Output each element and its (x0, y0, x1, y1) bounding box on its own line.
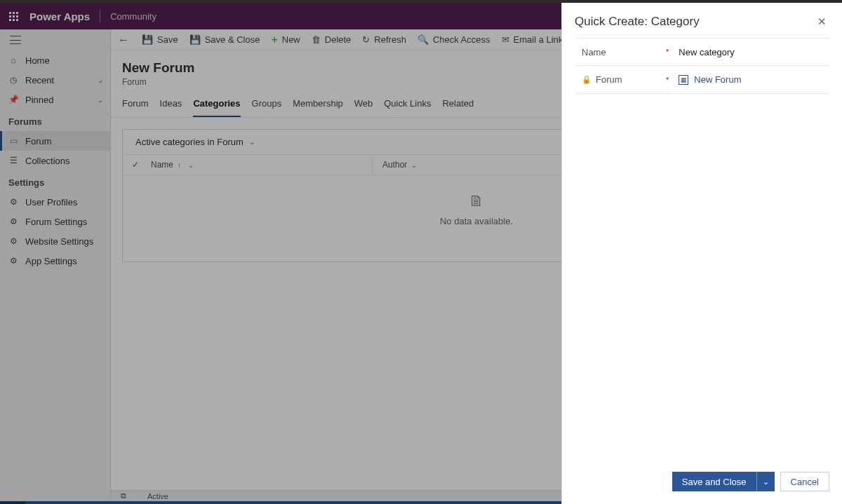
lock-icon: 🔒 (582, 75, 592, 84)
panel-title: Quick Create: Category (575, 15, 700, 29)
entity-icon: ▦ (679, 75, 688, 85)
field-name-label: Name (582, 47, 606, 57)
quick-create-panel: Quick Create: Category ✕ Name * New cate… (561, 3, 842, 504)
field-forum-label: Forum (596, 74, 622, 85)
save-and-close-button[interactable]: Save and Close (672, 472, 756, 491)
save-dropdown-button[interactable]: ⌄ (756, 472, 775, 491)
required-icon: * (666, 48, 669, 56)
close-icon[interactable]: ✕ (815, 13, 829, 31)
field-forum[interactable]: 🔒 Forum * ▦ New Forum (575, 66, 829, 94)
field-name[interactable]: Name * New category (575, 38, 829, 66)
field-name-value[interactable]: New category (674, 47, 829, 57)
field-forum-value[interactable]: ▦ New Forum (674, 74, 829, 85)
modal-overlay (0, 3, 561, 504)
cancel-button[interactable]: Cancel (780, 472, 829, 491)
required-icon: * (666, 76, 669, 84)
